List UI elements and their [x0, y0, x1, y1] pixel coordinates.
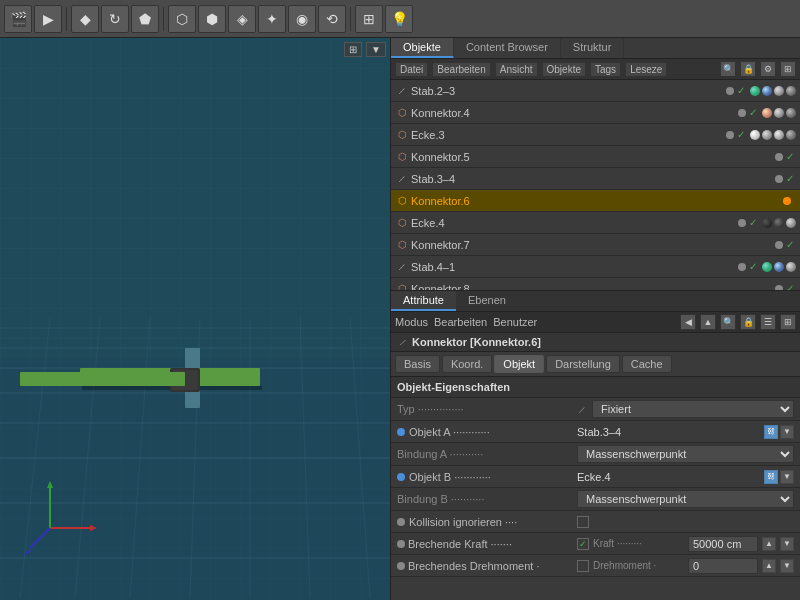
attr-lock-icon[interactable]: 🔒 — [740, 314, 756, 330]
obj-row-8[interactable]: ⬡ Konnektor.7 ✓ — [391, 234, 800, 256]
obj-check-8: ✓ — [786, 239, 794, 250]
kraft-stepper-up[interactable]: ▲ — [762, 537, 776, 551]
toolbar-icon-8[interactable]: ✦ — [258, 5, 286, 33]
sub-tab-cache[interactable]: Cache — [622, 355, 672, 373]
drehmoment-stepper-up[interactable]: ▲ — [762, 559, 776, 573]
viewport-options-btn[interactable]: ▼ — [366, 42, 386, 57]
obj-check-5: ✓ — [786, 173, 794, 184]
menu-bearbeiten[interactable]: Bearbeiten — [432, 62, 490, 77]
expand-icon[interactable]: ⊞ — [780, 61, 796, 77]
tab-attribute[interactable]: Attribute — [391, 291, 456, 311]
lock-icon[interactable]: 🔒 — [740, 61, 756, 77]
typ-select[interactable]: Fixiert — [592, 400, 794, 418]
ball-7a — [762, 218, 772, 228]
ball-9b — [774, 262, 784, 272]
obj-row-1[interactable]: ⟋ Stab.2–3 ✓ — [391, 80, 800, 102]
search-icon[interactable]: 🔍 — [720, 61, 736, 77]
attr-title-bar: ⟋ Konnektor [Konnektor.6] — [391, 333, 800, 352]
brechende-kraft-checkbox[interactable] — [577, 538, 589, 550]
toolbar-icon-3[interactable]: ↻ — [101, 5, 129, 33]
menu-ansicht[interactable]: Ansicht — [495, 62, 538, 77]
obj-balls-2 — [762, 108, 796, 118]
obj-indent-2: ⬡ Konnektor.4 — [395, 106, 734, 120]
obj-row-7[interactable]: ⬡ Ecke.4 ✓ — [391, 212, 800, 234]
right-panel: Objekte Content Browser Struktur Datei B… — [390, 38, 800, 600]
obj-name-8: Konnektor.7 — [411, 239, 771, 251]
objekt-b-dropdown-btn[interactable]: ▼ — [780, 470, 794, 484]
objekt-b-chain-btn[interactable]: ⛓ — [764, 470, 778, 484]
objekt-a-dropdown-btn[interactable]: ▼ — [780, 425, 794, 439]
attr-row-bindung-a: Bindung A ··········· Massenschwerpunkt — [391, 443, 800, 466]
bindung-a-select[interactable]: Massenschwerpunkt — [577, 445, 794, 463]
tab-struktur[interactable]: Struktur — [561, 38, 625, 58]
sub-tab-koord[interactable]: Koord. — [442, 355, 492, 373]
obj-status-7: ✓ — [738, 217, 796, 228]
menu-leseze[interactable]: Leseze — [625, 62, 667, 77]
arrow-left-icon[interactable]: ◀ — [680, 314, 696, 330]
bindung-b-select[interactable]: Massenschwerpunkt — [577, 490, 794, 508]
attr-expand-icon[interactable]: ⊞ — [780, 314, 796, 330]
obj-row-10[interactable]: ⬡ Konnektor.8 ✓ — [391, 278, 800, 290]
objekt-b-value: Ecke.4 — [577, 471, 762, 483]
obj-row-2[interactable]: ⬡ Konnektor.4 ✓ — [391, 102, 800, 124]
tab-objekte[interactable]: Objekte — [391, 38, 454, 58]
brechendes-drehmoment-checkbox[interactable] — [577, 560, 589, 572]
ball-2c — [786, 108, 796, 118]
toolbar-icon-11[interactable]: ⊞ — [355, 5, 383, 33]
sub-tab-basis[interactable]: Basis — [395, 355, 440, 373]
toolbar-icon-0[interactable]: 🎬 — [4, 5, 32, 33]
settings-icon[interactable]: ⚙ — [760, 61, 776, 77]
toolbar-icon-7[interactable]: ◈ — [228, 5, 256, 33]
menu-tags[interactable]: Tags — [590, 62, 621, 77]
tab-content-browser[interactable]: Content Browser — [454, 38, 561, 58]
obj-row-9[interactable]: ⟋ Stab.4–1 ✓ — [391, 256, 800, 278]
drehmoment-stepper-down[interactable]: ▼ — [780, 559, 794, 573]
attr-menu-benutzer[interactable]: Benutzer — [493, 316, 537, 328]
attr-kollision-text: Kollision ignorieren ···· — [409, 516, 517, 528]
toolbar-icon-5[interactable]: ⬡ — [168, 5, 196, 33]
attr-options-icon[interactable]: ☰ — [760, 314, 776, 330]
kraft-input[interactable] — [688, 536, 758, 552]
content-area: ⊞ ▼ Objekte Content Browser Struktur Dat… — [0, 38, 800, 600]
kraft-stepper-down[interactable]: ▼ — [780, 537, 794, 551]
drehmoment-input[interactable] — [688, 558, 758, 574]
tab-ebenen[interactable]: Ebenen — [456, 291, 518, 311]
obj-indent-9: ⟋ Stab.4–1 — [395, 260, 734, 274]
obj-row-4[interactable]: ⬡ Konnektor.5 ✓ — [391, 146, 800, 168]
obj-name-3: Ecke.3 — [411, 129, 722, 141]
obj-row-3[interactable]: ⬡ Ecke.3 ✓ — [391, 124, 800, 146]
viewport-3d[interactable]: ⊞ ▼ — [0, 38, 390, 600]
attr-value-brechende-kraft: Kraft ········· ▲ ▼ — [577, 536, 794, 552]
obj-status-2: ✓ — [738, 107, 796, 118]
toolbar-icon-4[interactable]: ⬟ — [131, 5, 159, 33]
attr-search-icon[interactable]: 🔍 — [720, 314, 736, 330]
kollision-checkbox[interactable] — [577, 516, 589, 528]
toolbar-icon-1[interactable]: ▶ — [34, 5, 62, 33]
obj-status-6 — [783, 197, 796, 205]
obj-indent-4: ⬡ Konnektor.5 — [395, 150, 771, 164]
attr-label-kollision: Kollision ignorieren ···· — [397, 516, 577, 528]
object-list: ⟋ Stab.2–3 ✓ — [391, 80, 800, 290]
obj-balls-3 — [750, 130, 796, 140]
objekt-a-chain-btn[interactable]: ⛓ — [764, 425, 778, 439]
toolbar-icon-10[interactable]: ⟲ — [318, 5, 346, 33]
obj-row-5[interactable]: ⟋ Stab.3–4 ✓ — [391, 168, 800, 190]
toolbar-icon-6[interactable]: ⬢ — [198, 5, 226, 33]
attribute-panel: Attribute Ebenen Modus Bearbeiten Benutz… — [391, 290, 800, 600]
menu-datei[interactable]: Datei — [395, 62, 428, 77]
attr-label-bindung-b: Bindung B ··········· — [397, 493, 577, 505]
obj-balls-9 — [762, 262, 796, 272]
viewport-layout-btn[interactable]: ⊞ — [344, 42, 362, 57]
arrow-up-icon[interactable]: ▲ — [700, 314, 716, 330]
toolbar-icon-12[interactable]: 💡 — [385, 5, 413, 33]
sub-tab-darstellung[interactable]: Darstellung — [546, 355, 620, 373]
menu-objekte[interactable]: Objekte — [542, 62, 586, 77]
obj-status-9: ✓ — [738, 261, 796, 272]
toolbar-icon-9[interactable]: ◉ — [288, 5, 316, 33]
attr-menu-modus[interactable]: Modus — [395, 316, 428, 328]
obj-row-6[interactable]: ⬡ Konnektor.6 — [391, 190, 800, 212]
sub-tab-objekt[interactable]: Objekt — [494, 355, 544, 373]
attr-menu-bearbeiten[interactable]: Bearbeiten — [434, 316, 487, 328]
obj-check-4: ✓ — [786, 151, 794, 162]
toolbar-icon-2[interactable]: ◆ — [71, 5, 99, 33]
